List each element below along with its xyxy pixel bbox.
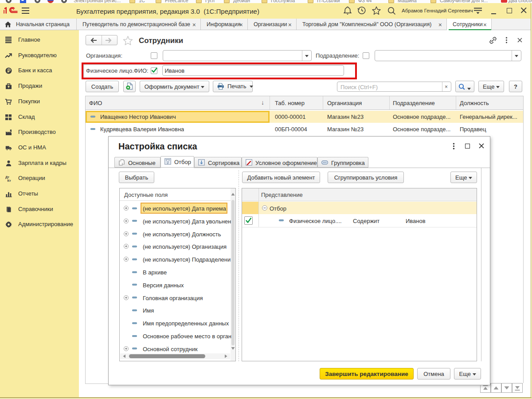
svg-text:Кт: Кт (8, 179, 12, 182)
